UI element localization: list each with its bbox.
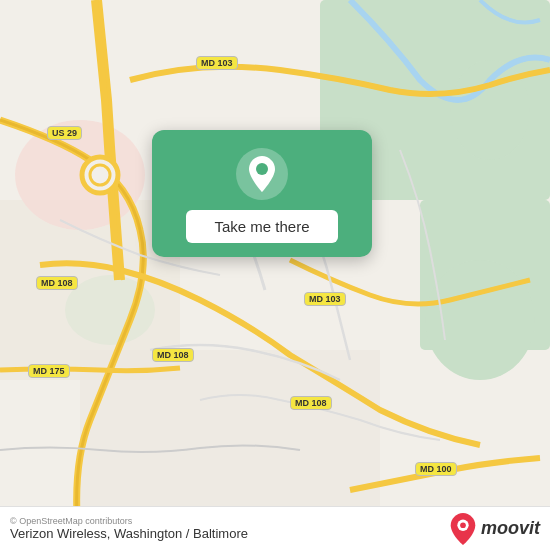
take-me-there-button[interactable]: Take me there (186, 210, 337, 243)
osm-attribution: © OpenStreetMap contributors (10, 516, 248, 526)
map-container: US 29 MD 103 MD 108 MD 108 MD 108 MD 103… (0, 0, 550, 550)
road-label-md175: MD 175 (28, 364, 70, 378)
bottom-left-info: © OpenStreetMap contributors Verizon Wir… (10, 516, 248, 541)
moovit-logo: moovit (449, 512, 540, 546)
moovit-logo-text: moovit (481, 518, 540, 539)
road-label-md108-right: MD 108 (290, 396, 332, 410)
road-label-md108-left: MD 108 (36, 276, 78, 290)
road-label-md108-mid: MD 108 (152, 348, 194, 362)
road-label-md103-top: MD 103 (196, 56, 238, 70)
road-label-md100: MD 100 (415, 462, 457, 476)
location-card: Take me there (152, 130, 372, 257)
road-label-md103-mid: MD 103 (304, 292, 346, 306)
svg-point-11 (256, 163, 268, 175)
bottom-bar: © OpenStreetMap contributors Verizon Wir… (0, 506, 550, 550)
moovit-pin-icon (449, 512, 477, 546)
location-pin-icon (236, 148, 288, 200)
road-label-us29: US 29 (47, 126, 82, 140)
location-name: Verizon Wireless, Washington / Baltimore (10, 526, 248, 541)
map-roads (0, 0, 550, 550)
svg-point-13 (460, 522, 466, 528)
svg-point-9 (90, 165, 110, 185)
